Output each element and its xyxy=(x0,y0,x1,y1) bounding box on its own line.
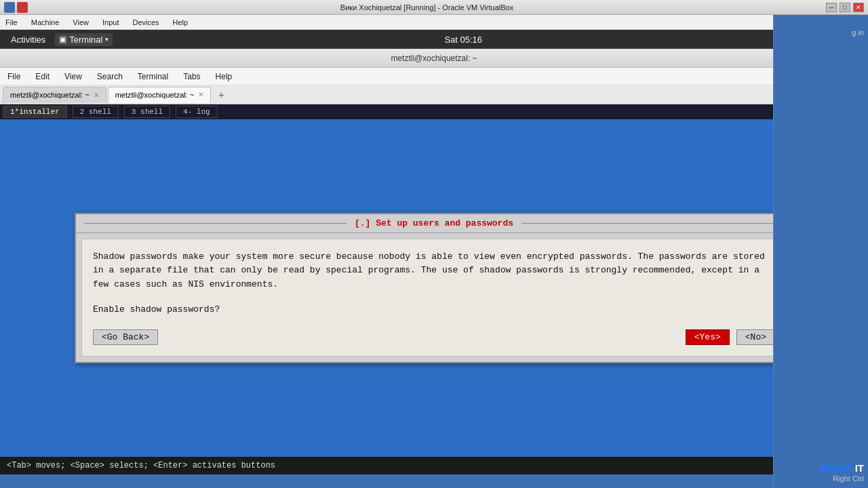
terminal-menu-search[interactable]: Search xyxy=(95,70,125,83)
vbox-menu-devices[interactable]: Devices xyxy=(130,17,161,28)
vbox-window-title: Вики Xochiquetzal [Running] - Oracle VM … xyxy=(28,3,826,12)
activities-button[interactable]: Activities xyxy=(7,33,50,46)
terminal-menu-help[interactable]: Help xyxy=(214,70,235,83)
dialog-question: Enable shadow passwords? xyxy=(93,303,775,317)
win-controls[interactable]: ─ □ ✕ xyxy=(826,3,864,12)
vbox-titlebar: Вики Xochiquetzal [Running] - Oracle VM … xyxy=(0,0,868,15)
minimize-button[interactable]: ─ xyxy=(826,3,837,12)
screen-tabs: 1*installer 2 shell 3 shell 4- log xyxy=(3,106,808,118)
screen-tab-log-label: 4- log xyxy=(183,108,210,116)
dialog-box: [.] Set up users and passwords Shadow pa… xyxy=(75,213,793,364)
terminal-menu-edit[interactable]: Edit xyxy=(33,70,52,83)
gnome-topbar: Activities ▣ Terminal ▾ Sat 05:16 ⊞ 🔊 ⚙ … xyxy=(0,30,868,49)
gnome-clock: Sat 05:16 xyxy=(444,35,482,45)
screen-tab-shell-2[interactable]: 3 shell xyxy=(124,106,170,118)
close-button[interactable]: ✕ xyxy=(853,3,864,12)
tab-1-close[interactable]: ✕ xyxy=(94,92,99,99)
vbox-menu-view[interactable]: View xyxy=(70,17,92,28)
terminal-menu-view[interactable]: View xyxy=(62,70,84,83)
terminal-content[interactable]: 1*installer 2 shell 3 shell 4- log xyxy=(0,104,868,457)
right-ctrl-text: Right Ctrl xyxy=(833,474,864,483)
terminal-window: metztli@xochiquetzal: ~ ✕ File Edit View… xyxy=(0,49,868,474)
vbox-menu-file[interactable]: File xyxy=(3,17,20,28)
terminal-menu-terminal[interactable]: Terminal xyxy=(136,70,170,83)
terminal-menubar: File Edit View Search Terminal Tabs Help xyxy=(0,68,868,85)
sign-in-text: g in xyxy=(852,28,864,37)
terminal-titlebar: metztli@xochiquetzal: ~ ✕ xyxy=(0,49,868,68)
title-line-right xyxy=(521,223,784,224)
tab-add-button[interactable]: + xyxy=(214,87,229,102)
vbox-menubar: File Machine View Input Devices Help xyxy=(0,15,868,30)
terminal-dropdown-icon[interactable]: ▾ xyxy=(105,36,108,43)
gnome-left-section: Activities ▣ Terminal ▾ xyxy=(7,33,113,46)
screen-tab-log[interactable]: 4- log xyxy=(176,106,218,118)
dialog-buttons: <Go Back> <Yes> <No> xyxy=(93,329,775,345)
terminal-button[interactable]: ▣ Terminal ▾ xyxy=(55,33,113,46)
terminal-icon: ▣ xyxy=(59,35,66,44)
screen-tab-installer[interactable]: 1*installer xyxy=(3,106,67,118)
dialog-body: Shadow passwords make your system more s… xyxy=(81,239,787,357)
dialog-description: Shadow passwords make your system more s… xyxy=(93,250,775,292)
right-panel: g in Metztli IT Right Ctrl xyxy=(773,15,868,488)
terminal-tab-1[interactable]: metztli@xochiquetzal: ~ ✕ xyxy=(3,87,106,103)
tab-2-label: metztli@xochiquetzal: ~ xyxy=(115,91,195,99)
dialog-title: [.] Set up users and passwords xyxy=(76,214,792,233)
restore-button[interactable]: □ xyxy=(840,3,850,12)
dialog-description-text: Shadow passwords make your system more s… xyxy=(93,251,765,290)
dialog-title-text: [.] Set up users and passwords xyxy=(347,218,521,228)
screen-tab-installer-label: 1*installer xyxy=(10,108,60,116)
no-button[interactable]: <No> xyxy=(736,329,775,345)
vbox-menu-help[interactable]: Help xyxy=(170,17,191,28)
tab-2-close[interactable]: ✕ xyxy=(198,91,203,98)
screen-tabbar: 1*installer 2 shell 3 shell 4- log xyxy=(0,104,868,119)
terminal-label: Terminal xyxy=(69,35,102,45)
vbox-menu-machine[interactable]: Machine xyxy=(28,17,62,28)
terminal-tab-2[interactable]: metztli@xochiquetzal: ~ ✕ xyxy=(108,87,212,103)
status-hint-text: <Tab> moves; <Space> selects; <Enter> ac… xyxy=(7,461,275,470)
go-back-button[interactable]: <Go Back> xyxy=(93,329,158,345)
screen-tab-shell-2-label: 3 shell xyxy=(132,108,163,116)
title-line-left xyxy=(84,223,347,224)
screen-tab-shell-1[interactable]: 2 shell xyxy=(73,106,119,118)
yes-button[interactable]: <Yes> xyxy=(686,329,730,345)
bottom-status-bar: <Tab> moves; <Space> selects; <Enter> ac… xyxy=(0,457,868,474)
vbox-logo xyxy=(4,2,28,13)
main-terminal-area[interactable]: [.] Set up users and passwords Shadow pa… xyxy=(0,119,868,457)
terminal-window-title: metztli@xochiquetzal: ~ xyxy=(18,54,850,63)
terminal-tabs-bar: metztli@xochiquetzal: ~ ✕ metztli@xochiq… xyxy=(0,85,868,104)
tab-1-label: metztli@xochiquetzal: ~ xyxy=(10,91,90,99)
metztli-logo: Metztli IT xyxy=(821,462,864,474)
terminal-menu-tabs[interactable]: Tabs xyxy=(181,70,202,83)
terminal-menu-file[interactable]: File xyxy=(5,70,22,83)
vbox-menu-input[interactable]: Input xyxy=(100,17,121,28)
screen-tab-shell-1-label: 2 shell xyxy=(80,108,111,116)
